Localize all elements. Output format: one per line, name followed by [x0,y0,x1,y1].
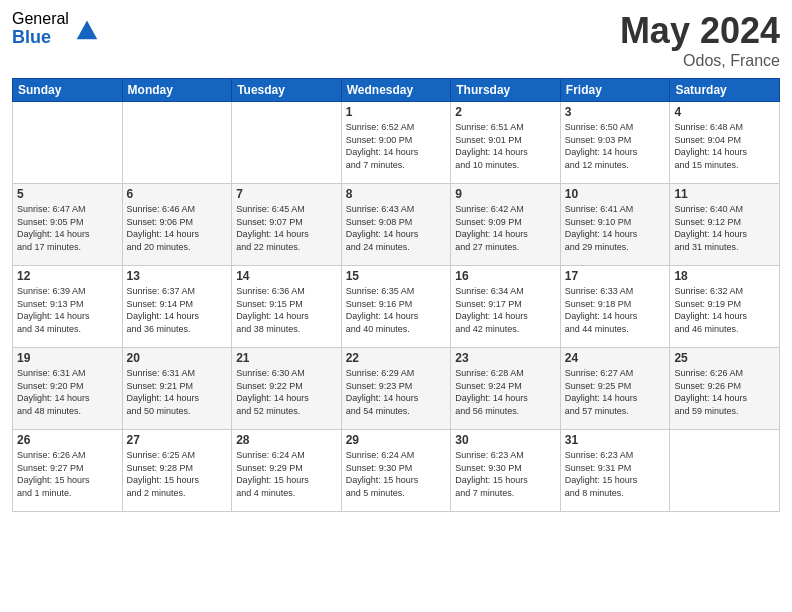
day-number: 21 [236,351,337,365]
table-row: 13Sunrise: 6:37 AM Sunset: 9:14 PM Dayli… [122,266,232,348]
table-row [670,430,780,512]
day-info: Sunrise: 6:28 AM Sunset: 9:24 PM Dayligh… [455,367,556,417]
day-number: 5 [17,187,118,201]
header: General Blue May 2024 Odos, France [12,10,780,70]
day-info: Sunrise: 6:27 AM Sunset: 9:25 PM Dayligh… [565,367,666,417]
calendar-week-row: 26Sunrise: 6:26 AM Sunset: 9:27 PM Dayli… [13,430,780,512]
day-number: 8 [346,187,447,201]
day-number: 2 [455,105,556,119]
logo-blue: Blue [12,28,69,48]
calendar-week-row: 19Sunrise: 6:31 AM Sunset: 9:20 PM Dayli… [13,348,780,430]
logo-text: General Blue [12,10,69,47]
day-number: 20 [127,351,228,365]
table-row: 18Sunrise: 6:32 AM Sunset: 9:19 PM Dayli… [670,266,780,348]
table-row: 5Sunrise: 6:47 AM Sunset: 9:05 PM Daylig… [13,184,123,266]
day-number: 30 [455,433,556,447]
month-title: May 2024 [620,10,780,52]
day-info: Sunrise: 6:24 AM Sunset: 9:29 PM Dayligh… [236,449,337,499]
table-row [232,102,342,184]
day-number: 18 [674,269,775,283]
day-info: Sunrise: 6:46 AM Sunset: 9:06 PM Dayligh… [127,203,228,253]
calendar-header-row: Sunday Monday Tuesday Wednesday Thursday… [13,79,780,102]
table-row: 28Sunrise: 6:24 AM Sunset: 9:29 PM Dayli… [232,430,342,512]
table-row: 10Sunrise: 6:41 AM Sunset: 9:10 PM Dayli… [560,184,670,266]
day-number: 19 [17,351,118,365]
day-number: 15 [346,269,447,283]
day-info: Sunrise: 6:31 AM Sunset: 9:20 PM Dayligh… [17,367,118,417]
table-row: 15Sunrise: 6:35 AM Sunset: 9:16 PM Dayli… [341,266,451,348]
day-number: 14 [236,269,337,283]
day-info: Sunrise: 6:36 AM Sunset: 9:15 PM Dayligh… [236,285,337,335]
day-number: 10 [565,187,666,201]
svg-marker-0 [77,20,98,39]
day-number: 27 [127,433,228,447]
table-row: 20Sunrise: 6:31 AM Sunset: 9:21 PM Dayli… [122,348,232,430]
location: Odos, France [620,52,780,70]
day-info: Sunrise: 6:41 AM Sunset: 9:10 PM Dayligh… [565,203,666,253]
day-number: 7 [236,187,337,201]
table-row: 4Sunrise: 6:48 AM Sunset: 9:04 PM Daylig… [670,102,780,184]
day-number: 24 [565,351,666,365]
day-number: 22 [346,351,447,365]
day-number: 11 [674,187,775,201]
day-info: Sunrise: 6:45 AM Sunset: 9:07 PM Dayligh… [236,203,337,253]
table-row: 17Sunrise: 6:33 AM Sunset: 9:18 PM Dayli… [560,266,670,348]
day-info: Sunrise: 6:26 AM Sunset: 9:27 PM Dayligh… [17,449,118,499]
table-row: 21Sunrise: 6:30 AM Sunset: 9:22 PM Dayli… [232,348,342,430]
day-info: Sunrise: 6:47 AM Sunset: 9:05 PM Dayligh… [17,203,118,253]
col-wednesday: Wednesday [341,79,451,102]
col-saturday: Saturday [670,79,780,102]
day-number: 23 [455,351,556,365]
table-row: 27Sunrise: 6:25 AM Sunset: 9:28 PM Dayli… [122,430,232,512]
table-row: 12Sunrise: 6:39 AM Sunset: 9:13 PM Dayli… [13,266,123,348]
day-info: Sunrise: 6:25 AM Sunset: 9:28 PM Dayligh… [127,449,228,499]
col-sunday: Sunday [13,79,123,102]
calendar-week-row: 1Sunrise: 6:52 AM Sunset: 9:00 PM Daylig… [13,102,780,184]
day-info: Sunrise: 6:42 AM Sunset: 9:09 PM Dayligh… [455,203,556,253]
table-row: 25Sunrise: 6:26 AM Sunset: 9:26 PM Dayli… [670,348,780,430]
day-number: 17 [565,269,666,283]
day-info: Sunrise: 6:26 AM Sunset: 9:26 PM Dayligh… [674,367,775,417]
logo-general: General [12,10,69,28]
table-row: 9Sunrise: 6:42 AM Sunset: 9:09 PM Daylig… [451,184,561,266]
day-info: Sunrise: 6:39 AM Sunset: 9:13 PM Dayligh… [17,285,118,335]
col-monday: Monday [122,79,232,102]
day-info: Sunrise: 6:24 AM Sunset: 9:30 PM Dayligh… [346,449,447,499]
day-info: Sunrise: 6:50 AM Sunset: 9:03 PM Dayligh… [565,121,666,171]
table-row [122,102,232,184]
day-number: 12 [17,269,118,283]
day-number: 25 [674,351,775,365]
title-block: May 2024 Odos, France [620,10,780,70]
day-number: 26 [17,433,118,447]
table-row: 29Sunrise: 6:24 AM Sunset: 9:30 PM Dayli… [341,430,451,512]
day-info: Sunrise: 6:35 AM Sunset: 9:16 PM Dayligh… [346,285,447,335]
day-number: 31 [565,433,666,447]
table-row: 3Sunrise: 6:50 AM Sunset: 9:03 PM Daylig… [560,102,670,184]
page-container: General Blue May 2024 Odos, France Sunda… [0,0,792,522]
table-row [13,102,123,184]
col-tuesday: Tuesday [232,79,342,102]
table-row: 24Sunrise: 6:27 AM Sunset: 9:25 PM Dayli… [560,348,670,430]
day-info: Sunrise: 6:37 AM Sunset: 9:14 PM Dayligh… [127,285,228,335]
table-row: 31Sunrise: 6:23 AM Sunset: 9:31 PM Dayli… [560,430,670,512]
calendar-table: Sunday Monday Tuesday Wednesday Thursday… [12,78,780,512]
day-number: 6 [127,187,228,201]
day-number: 13 [127,269,228,283]
calendar-week-row: 5Sunrise: 6:47 AM Sunset: 9:05 PM Daylig… [13,184,780,266]
logo: General Blue [12,10,101,47]
day-info: Sunrise: 6:51 AM Sunset: 9:01 PM Dayligh… [455,121,556,171]
table-row: 22Sunrise: 6:29 AM Sunset: 9:23 PM Dayli… [341,348,451,430]
logo-icon [73,15,101,43]
day-number: 29 [346,433,447,447]
day-number: 16 [455,269,556,283]
table-row: 14Sunrise: 6:36 AM Sunset: 9:15 PM Dayli… [232,266,342,348]
table-row: 8Sunrise: 6:43 AM Sunset: 9:08 PM Daylig… [341,184,451,266]
day-info: Sunrise: 6:29 AM Sunset: 9:23 PM Dayligh… [346,367,447,417]
day-info: Sunrise: 6:30 AM Sunset: 9:22 PM Dayligh… [236,367,337,417]
day-number: 4 [674,105,775,119]
day-info: Sunrise: 6:33 AM Sunset: 9:18 PM Dayligh… [565,285,666,335]
day-number: 1 [346,105,447,119]
table-row: 1Sunrise: 6:52 AM Sunset: 9:00 PM Daylig… [341,102,451,184]
day-info: Sunrise: 6:48 AM Sunset: 9:04 PM Dayligh… [674,121,775,171]
table-row: 2Sunrise: 6:51 AM Sunset: 9:01 PM Daylig… [451,102,561,184]
